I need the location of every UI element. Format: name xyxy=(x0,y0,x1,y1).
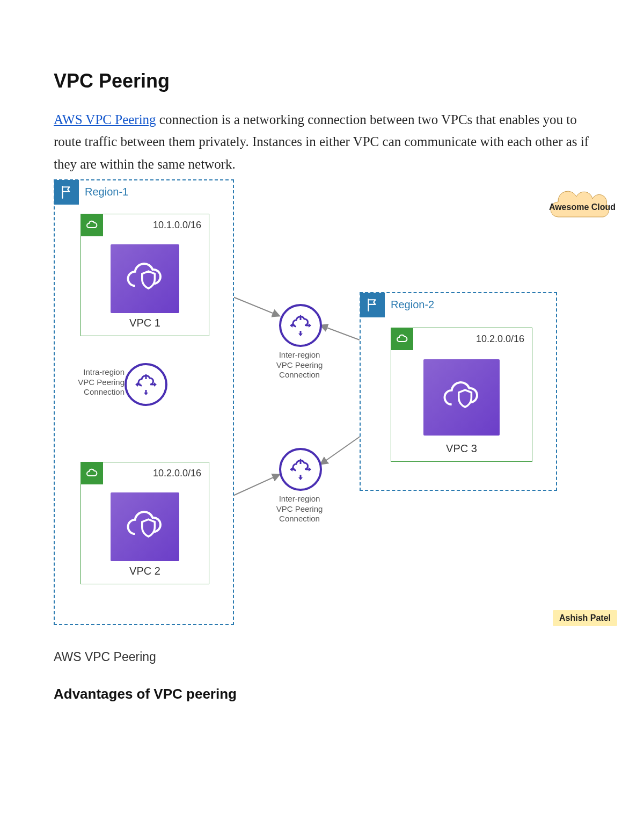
vpc-1-name: VPC 1 xyxy=(81,317,209,329)
intro-paragraph: AWS VPC Peering connection is a networki… xyxy=(54,108,590,175)
author-badge: Ashish Patel xyxy=(553,610,617,626)
vpc-2-tab xyxy=(80,462,103,484)
vpc-1-tab xyxy=(80,214,103,236)
intra-region-label: Intra-region VPC Peering Connection xyxy=(65,367,125,397)
vpc-1-box: 10.1.0.0/16 VPC 1 xyxy=(80,214,209,336)
vpc-3-name: VPC 3 xyxy=(391,443,532,455)
vpc-1-cidr: 10.1.0.0/16 xyxy=(153,220,201,231)
figure-caption: AWS VPC Peering xyxy=(54,650,590,664)
cloud-shield-icon xyxy=(122,256,167,301)
cloud-icon xyxy=(85,219,98,231)
inter-region-peering-bottom-icon xyxy=(279,448,322,491)
region-2-label: Region-2 xyxy=(391,299,434,311)
region-2-tab xyxy=(360,293,385,317)
flag-icon xyxy=(60,185,74,199)
vpc-2-cidr: 10.2.0.0/16 xyxy=(153,468,201,479)
vpc-1-badge xyxy=(111,244,179,313)
aws-vpc-peering-link[interactable]: AWS VPC Peering xyxy=(54,112,156,127)
flag-icon xyxy=(365,298,379,312)
diagram-figure: Region-1 10.1.0.0/16 xyxy=(54,179,590,647)
inter-region-top-label: Inter-region VPC Peering Connection xyxy=(267,350,332,380)
cloud-shield-icon xyxy=(122,504,167,549)
vpc-2-name: VPC 2 xyxy=(81,565,209,577)
cloud-icon xyxy=(396,332,408,345)
cloud-shield-icon xyxy=(439,375,484,420)
vpc-2-badge xyxy=(111,492,179,561)
region-1-tab xyxy=(54,180,79,205)
vpc-2-box: 10.2.0.0/16 VPC 2 xyxy=(80,462,209,584)
inter-region-bottom-label: Inter-region VPC Peering Connection xyxy=(267,494,332,524)
cloud-icon xyxy=(85,467,98,480)
author-text: Ashish Patel xyxy=(559,613,611,622)
advantages-heading: Advantages of VPC peering xyxy=(54,686,590,702)
region-2-box: Region-2 10.2.0.0/16 xyxy=(360,292,557,491)
vpc-3-cidr: 10.2.0.0/16 xyxy=(476,333,524,345)
intra-region-peering-icon xyxy=(125,363,167,406)
region-1-label: Region-1 xyxy=(85,186,128,198)
vpc-3-badge xyxy=(423,359,500,436)
peering-arrows-icon xyxy=(288,313,313,338)
inter-region-peering-top-icon xyxy=(279,304,322,347)
awesome-cloud-text: Awesome Cloud xyxy=(549,203,616,212)
peering-arrows-icon xyxy=(133,372,159,397)
page-title: VPC Peering xyxy=(54,70,590,92)
peering-arrows-icon xyxy=(288,456,313,482)
vpc-3-box: 10.2.0.0/16 VPC 3 xyxy=(391,328,532,462)
awesome-cloud-badge: Awesome Cloud xyxy=(547,190,617,226)
vpc-3-tab xyxy=(391,328,413,350)
